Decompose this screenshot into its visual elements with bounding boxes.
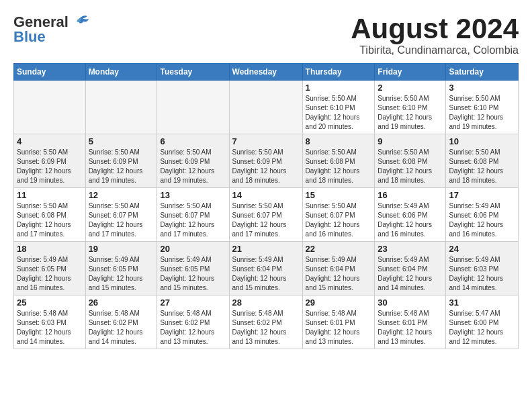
- calendar-cell: 3Sunrise: 5:50 AMSunset: 6:10 PMDaylight…: [446, 81, 519, 134]
- day-number: 12: [89, 190, 154, 200]
- day-info: Sunrise: 5:50 AMSunset: 6:09 PMDaylight:…: [232, 148, 300, 185]
- day-info: Sunrise: 5:48 AMSunset: 6:02 PMDaylight:…: [232, 309, 300, 347]
- logo-blue-text: Blue: [13, 28, 46, 46]
- day-info: Sunrise: 5:50 AMSunset: 6:07 PMDaylight:…: [232, 201, 300, 239]
- calendar-cell: 12Sunrise: 5:50 AMSunset: 6:07 PMDayligh…: [85, 188, 157, 242]
- calendar-cell: 31Sunrise: 5:47 AMSunset: 6:00 PMDayligh…: [446, 295, 519, 349]
- col-saturday: Saturday: [446, 64, 519, 81]
- week-row-5: 25Sunrise: 5:48 AMSunset: 6:03 PMDayligh…: [14, 295, 519, 349]
- day-number: 25: [17, 298, 83, 308]
- day-number: 30: [378, 298, 443, 308]
- calendar-cell: 17Sunrise: 5:49 AMSunset: 6:06 PMDayligh…: [446, 188, 519, 242]
- day-info: Sunrise: 5:50 AMSunset: 6:10 PMDaylight:…: [449, 94, 515, 132]
- day-info: Sunrise: 5:49 AMSunset: 6:05 PMDaylight:…: [89, 255, 154, 293]
- calendar-cell: 21Sunrise: 5:49 AMSunset: 6:04 PMDayligh…: [229, 242, 302, 295]
- logo: General Blue: [13, 13, 90, 46]
- day-info: Sunrise: 5:49 AMSunset: 6:03 PMDaylight:…: [449, 255, 515, 293]
- day-number: 21: [232, 244, 300, 254]
- day-info: Sunrise: 5:48 AMSunset: 6:02 PMDaylight:…: [89, 309, 154, 347]
- page-header: General Blue August 2024 Tibirita, Cundi…: [13, 13, 519, 56]
- day-number: 1: [306, 83, 372, 93]
- day-info: Sunrise: 5:49 AMSunset: 6:05 PMDaylight:…: [17, 255, 83, 293]
- calendar-cell: 6Sunrise: 5:50 AMSunset: 6:09 PMDaylight…: [157, 134, 229, 188]
- day-info: Sunrise: 5:50 AMSunset: 6:10 PMDaylight:…: [378, 94, 443, 132]
- day-number: 19: [89, 244, 154, 254]
- day-number: 2: [378, 83, 443, 93]
- calendar-cell: 4Sunrise: 5:50 AMSunset: 6:09 PMDaylight…: [14, 134, 86, 188]
- day-info: Sunrise: 5:48 AMSunset: 6:02 PMDaylight:…: [160, 309, 226, 347]
- calendar-cell: 14Sunrise: 5:50 AMSunset: 6:07 PMDayligh…: [229, 188, 302, 242]
- day-number: 11: [17, 190, 83, 200]
- day-number: 8: [306, 136, 372, 146]
- day-info: Sunrise: 5:50 AMSunset: 6:09 PMDaylight:…: [17, 148, 83, 185]
- calendar-cell: 2Sunrise: 5:50 AMSunset: 6:10 PMDaylight…: [375, 81, 446, 134]
- day-info: Sunrise: 5:50 AMSunset: 6:08 PMDaylight:…: [378, 148, 443, 185]
- day-info: Sunrise: 5:50 AMSunset: 6:08 PMDaylight:…: [306, 148, 372, 185]
- calendar-cell: 19Sunrise: 5:49 AMSunset: 6:05 PMDayligh…: [85, 242, 157, 295]
- logo-bird-icon: [71, 15, 90, 30]
- day-info: Sunrise: 5:49 AMSunset: 6:05 PMDaylight:…: [160, 255, 226, 293]
- calendar-cell: 18Sunrise: 5:49 AMSunset: 6:05 PMDayligh…: [14, 242, 86, 295]
- day-number: 22: [306, 244, 372, 254]
- day-number: 16: [378, 190, 443, 200]
- day-info: Sunrise: 5:49 AMSunset: 6:04 PMDaylight:…: [378, 255, 443, 293]
- day-number: 7: [232, 136, 300, 146]
- calendar-cell: 11Sunrise: 5:50 AMSunset: 6:08 PMDayligh…: [14, 188, 86, 242]
- calendar-cell: 13Sunrise: 5:50 AMSunset: 6:07 PMDayligh…: [157, 188, 229, 242]
- week-row-2: 4Sunrise: 5:50 AMSunset: 6:09 PMDaylight…: [14, 134, 519, 188]
- week-row-4: 18Sunrise: 5:49 AMSunset: 6:05 PMDayligh…: [14, 242, 519, 295]
- day-info: Sunrise: 5:48 AMSunset: 6:03 PMDaylight:…: [17, 309, 83, 347]
- day-info: Sunrise: 5:49 AMSunset: 6:06 PMDaylight:…: [449, 201, 515, 239]
- day-number: 6: [160, 136, 226, 146]
- title-block: August 2024 Tibirita, Cundinamarca, Colo…: [351, 13, 519, 56]
- day-info: Sunrise: 5:50 AMSunset: 6:07 PMDaylight:…: [306, 201, 372, 239]
- col-monday: Monday: [85, 64, 157, 81]
- month-title: August 2024: [351, 13, 519, 44]
- calendar-cell: 8Sunrise: 5:50 AMSunset: 6:08 PMDaylight…: [302, 134, 375, 188]
- day-info: Sunrise: 5:47 AMSunset: 6:00 PMDaylight:…: [449, 309, 515, 347]
- day-number: 24: [449, 244, 515, 254]
- calendar-cell: 7Sunrise: 5:50 AMSunset: 6:09 PMDaylight…: [229, 134, 302, 188]
- day-number: 10: [449, 136, 515, 146]
- calendar-cell: 16Sunrise: 5:49 AMSunset: 6:06 PMDayligh…: [375, 188, 446, 242]
- calendar-cell: 29Sunrise: 5:48 AMSunset: 6:01 PMDayligh…: [302, 295, 375, 349]
- day-number: 9: [378, 136, 443, 146]
- calendar-cell: [85, 81, 157, 134]
- day-info: Sunrise: 5:49 AMSunset: 6:04 PMDaylight:…: [232, 255, 300, 293]
- calendar-cell: 30Sunrise: 5:48 AMSunset: 6:01 PMDayligh…: [375, 295, 446, 349]
- week-row-3: 11Sunrise: 5:50 AMSunset: 6:08 PMDayligh…: [14, 188, 519, 242]
- calendar-cell: 26Sunrise: 5:48 AMSunset: 6:02 PMDayligh…: [85, 295, 157, 349]
- day-info: Sunrise: 5:50 AMSunset: 6:07 PMDaylight:…: [160, 201, 226, 239]
- day-info: Sunrise: 5:49 AMSunset: 6:06 PMDaylight:…: [378, 201, 443, 239]
- col-wednesday: Wednesday: [229, 64, 302, 81]
- day-number: 14: [232, 190, 300, 200]
- calendar-cell: 24Sunrise: 5:49 AMSunset: 6:03 PMDayligh…: [446, 242, 519, 295]
- day-info: Sunrise: 5:48 AMSunset: 6:01 PMDaylight:…: [306, 309, 372, 347]
- day-number: 5: [89, 136, 154, 146]
- calendar-cell: 15Sunrise: 5:50 AMSunset: 6:07 PMDayligh…: [302, 188, 375, 242]
- calendar-header-row: Sunday Monday Tuesday Wednesday Thursday…: [14, 64, 519, 81]
- day-info: Sunrise: 5:50 AMSunset: 6:09 PMDaylight:…: [160, 148, 226, 185]
- calendar-cell: 22Sunrise: 5:49 AMSunset: 6:04 PMDayligh…: [302, 242, 375, 295]
- calendar-cell: 10Sunrise: 5:50 AMSunset: 6:08 PMDayligh…: [446, 134, 519, 188]
- day-number: 31: [449, 298, 515, 308]
- calendar-table: Sunday Monday Tuesday Wednesday Thursday…: [13, 63, 519, 349]
- day-number: 20: [160, 244, 226, 254]
- day-info: Sunrise: 5:50 AMSunset: 6:07 PMDaylight:…: [89, 201, 154, 239]
- col-thursday: Thursday: [302, 64, 375, 81]
- col-tuesday: Tuesday: [157, 64, 229, 81]
- calendar-cell: [14, 81, 86, 134]
- day-info: Sunrise: 5:50 AMSunset: 6:08 PMDaylight:…: [17, 201, 83, 239]
- calendar-cell: 27Sunrise: 5:48 AMSunset: 6:02 PMDayligh…: [157, 295, 229, 349]
- day-info: Sunrise: 5:50 AMSunset: 6:09 PMDaylight:…: [89, 148, 154, 185]
- day-number: 23: [378, 244, 443, 254]
- calendar-cell: 1Sunrise: 5:50 AMSunset: 6:10 PMDaylight…: [302, 81, 375, 134]
- calendar-cell: [157, 81, 229, 134]
- day-info: Sunrise: 5:50 AMSunset: 6:08 PMDaylight:…: [449, 148, 515, 185]
- calendar-cell: 20Sunrise: 5:49 AMSunset: 6:05 PMDayligh…: [157, 242, 229, 295]
- day-number: 4: [17, 136, 83, 146]
- day-number: 27: [160, 298, 226, 308]
- calendar-cell: 23Sunrise: 5:49 AMSunset: 6:04 PMDayligh…: [375, 242, 446, 295]
- day-number: 26: [89, 298, 154, 308]
- location: Tibirita, Cundinamarca, Colombia: [351, 44, 519, 56]
